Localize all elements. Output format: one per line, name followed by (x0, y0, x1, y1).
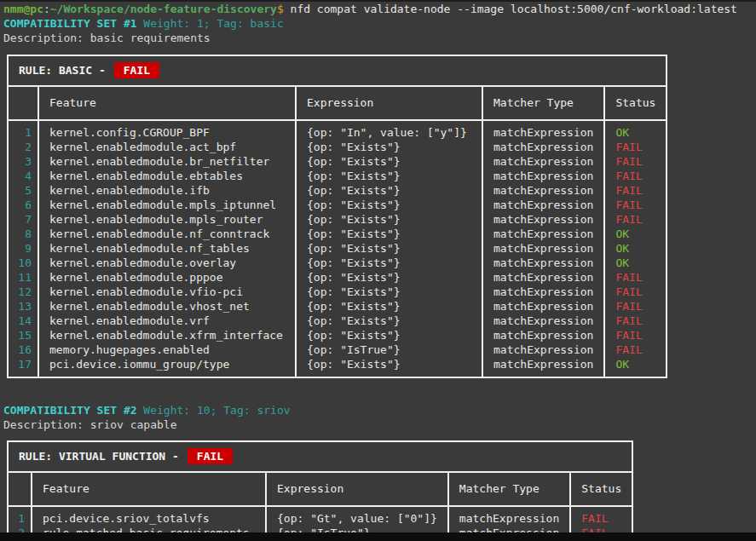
expression-cell: {op: "Exists"} (296, 299, 482, 314)
matcher-type-cell: matchExpression (482, 285, 604, 299)
table-row: 2kernel.enabledmodule.act_bpf{op: "Exist… (9, 140, 666, 154)
feature-cell: kernel.enabledmodule.nf_tables (38, 241, 296, 256)
rule-table-virtual-function: RULE: VIRTUAL FUNCTION -FAIL Feature Exp… (7, 440, 633, 541)
row-number-cell: 3 (9, 154, 38, 169)
feature-cell: kernel.enabledmodule.vhost_net (38, 299, 296, 314)
table-row: 7kernel.enabledmodule.mpls_router{op: "E… (9, 212, 666, 227)
row-number-cell: 5 (9, 183, 38, 198)
col-header-number (9, 473, 32, 506)
prompt-user-host: nmm@pc (3, 3, 43, 15)
matcher-type-cell: matchExpression (482, 120, 604, 140)
table-row: 9kernel.enabledmodule.nf_tables{op: "Exi… (9, 241, 666, 256)
col-header-feature: Feature (38, 87, 296, 120)
table-row: 15kernel.enabledmodule.xfrm_interface{op… (9, 328, 666, 342)
column-header-row: Feature Expression Matcher Type Status (9, 87, 666, 120)
feature-cell: pci.device.sriov_totalvfs (32, 506, 266, 526)
row-number-cell: 11 (9, 270, 38, 285)
fail-badge: FAIL (188, 448, 233, 464)
status-cell: FAIL (604, 198, 666, 212)
matcher-type-cell: matchExpression (482, 342, 604, 357)
expression-cell: {op: "Exists"} (296, 270, 482, 285)
table-row: 14kernel.enabledmodule.vrf{op: "Exists"}… (9, 314, 666, 328)
status-cell: FAIL (604, 183, 666, 198)
status-cell: FAIL (570, 506, 632, 526)
feature-cell: kernel.config.CGROUP_BPF (38, 120, 296, 140)
expression-cell: {op: "Exists"} (296, 256, 482, 270)
col-header-number (9, 87, 38, 120)
table-row: 5kernel.enabledmodule.ifb{op: "Exists"}m… (9, 183, 666, 198)
feature-cell: kernel.enabledmodule.nf_conntrack (38, 227, 296, 241)
compat-table-2: Feature Expression Matcher Type Status 1… (9, 473, 632, 541)
compat-table-1: Feature Expression Matcher Type Status 1… (9, 87, 666, 377)
expression-cell: {op: "Exists"} (296, 241, 482, 256)
feature-cell: kernel.enabledmodule.pppoe (38, 270, 296, 285)
expression-cell: {op: "Exists"} (296, 169, 482, 183)
row-number-cell: 2 (9, 140, 38, 154)
matcher-type-cell: matchExpression (482, 140, 604, 154)
status-cell: FAIL (604, 169, 666, 183)
row-number-cell: 15 (9, 328, 38, 342)
prompt-dollar-sign: $ (277, 3, 284, 15)
row-number-cell: 7 (9, 212, 38, 227)
feature-cell: kernel.enabledmodule.act_bpf (38, 140, 296, 154)
rule-table-basic: RULE: BASIC -FAIL Feature Expression Mat… (7, 55, 667, 378)
table-row: 13kernel.enabledmodule.vhost_net{op: "Ex… (9, 299, 666, 314)
matcher-type-cell: matchExpression (482, 198, 604, 212)
col-header-matcher-type: Matcher Type (448, 473, 570, 506)
row-number-cell: 13 (9, 299, 38, 314)
expression-cell: {op: "Exists"} (296, 357, 482, 377)
matcher-type-cell: matchExpression (482, 357, 604, 377)
set2-header-line: COMPATIBILITY SET #2 Weight: 10; Tag: sr… (0, 403, 756, 417)
status-cell: OK (604, 256, 666, 270)
row-number-cell: 4 (9, 169, 38, 183)
feature-cell: kernel.enabledmodule.vrf (38, 314, 296, 328)
feature-cell: kernel.enabledmodule.mpls_router (38, 212, 296, 227)
col-header-status: Status (604, 87, 666, 120)
set1-meta: Weight: 1; Tag: basic (137, 17, 284, 30)
row-number-cell: 9 (9, 241, 38, 256)
col-header-matcher-type: Matcher Type (482, 87, 604, 120)
status-cell: FAIL (604, 154, 666, 169)
table-row: 11kernel.enabledmodule.pppoe{op: "Exists… (9, 270, 666, 285)
expression-cell: {op: "Exists"} (296, 328, 482, 342)
status-cell: FAIL (604, 342, 666, 357)
table-row: 8kernel.enabledmodule.nf_conntrack{op: "… (9, 227, 666, 241)
row-number-cell: 16 (9, 342, 38, 357)
prompt-colon: : (43, 3, 50, 15)
feature-cell: kernel.enabledmodule.mpls_iptunnel (38, 198, 296, 212)
terminal-bottom-edge (0, 532, 756, 541)
status-cell: FAIL (604, 270, 666, 285)
status-cell: FAIL (604, 212, 666, 227)
column-header-row: Feature Expression Matcher Type Status (9, 473, 632, 506)
table-row: 16memory.hugepages.enabled{op: "IsTrue"}… (9, 342, 666, 357)
prompt-path: ~/Workspace/node-feature-discovery (50, 3, 277, 15)
feature-cell: kernel.enabledmodule.ifb (38, 183, 296, 198)
expression-cell: {op: "Exists"} (296, 285, 482, 299)
matcher-type-cell: matchExpression (482, 256, 604, 270)
terminal-window[interactable]: nmm@pc:~/Workspace/node-feature-discover… (0, 0, 756, 541)
matcher-type-cell: matchExpression (448, 506, 570, 526)
row-number-cell: 6 (9, 198, 38, 212)
set1-title: COMPATIBILITY SET #1 (3, 17, 137, 30)
status-cell: OK (604, 120, 666, 140)
feature-cell: memory.hugepages.enabled (38, 342, 296, 357)
fail-badge: FAIL (114, 62, 159, 78)
table-row: 12kernel.enabledmodule.vfio-pci{op: "Exi… (9, 285, 666, 299)
status-cell: FAIL (604, 285, 666, 299)
col-header-feature: Feature (32, 473, 266, 506)
expression-cell: {op: "Exists"} (296, 314, 482, 328)
row-number-cell: 8 (9, 227, 38, 241)
matcher-type-cell: matchExpression (482, 154, 604, 169)
col-header-expression: Expression (296, 87, 482, 120)
expression-cell: {op: "In", value: ["y"]} (296, 120, 482, 140)
expression-cell: {op: "Gt", value: ["0"]} (266, 506, 448, 526)
matcher-type-cell: matchExpression (482, 183, 604, 198)
set2-description: Description: sriov capable (0, 417, 756, 432)
matcher-type-cell: matchExpression (482, 169, 604, 183)
status-cell: OK (604, 241, 666, 256)
expression-cell: {op: "Exists"} (296, 140, 482, 154)
expression-cell: {op: "Exists"} (296, 227, 482, 241)
status-cell: FAIL (604, 314, 666, 328)
prompt-line: nmm@pc:~/Workspace/node-feature-discover… (0, 2, 756, 16)
rule-label: RULE: BASIC - (19, 64, 106, 77)
